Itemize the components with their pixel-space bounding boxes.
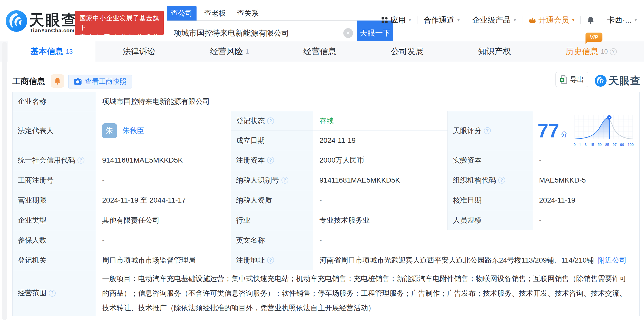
nav-enterprise[interactable]: 企业级产品 ▾	[472, 15, 516, 25]
field-label-staff-size: 人员规模	[448, 210, 533, 230]
chevron-down-icon: ▾	[572, 17, 574, 23]
axis-tick: 15	[590, 143, 594, 147]
avatar[interactable]: 朱	[102, 123, 117, 138]
grid-icon	[381, 16, 388, 24]
certification-badge: 国家中小企业发展子基金旗下 官方备案企业征信机构	[75, 11, 164, 35]
field-label-company-type: 企业类型	[13, 210, 96, 230]
field-label-industry: 行业	[231, 210, 313, 230]
help-icon[interactable]: ?	[77, 157, 84, 164]
search-tab-boss[interactable]: 查老板	[204, 6, 226, 21]
watermark-text: 天眼查	[609, 74, 641, 88]
brand-name[interactable]: 天眼查	[29, 10, 78, 30]
tab-development[interactable]: 公司发展	[391, 46, 424, 57]
field-label-reg-no: 工商注册号	[13, 170, 96, 190]
tab-risk-label: 经营风险	[210, 46, 243, 57]
divider	[417, 16, 417, 24]
field-value-term: 2024-11-19 至 2044-11-17	[96, 190, 231, 210]
camera-icon	[74, 78, 82, 85]
tab-ip[interactable]: 知识产权	[478, 46, 511, 57]
tab-basic-count: 13	[66, 48, 73, 55]
field-label-address: 注册地址 ?	[231, 250, 313, 270]
chevron-down-icon: ▾	[635, 17, 637, 23]
tianyancha-company-page: 天眼查 TianYanCha.com 国家中小企业发展子基金旗下 官方备案企业征…	[0, 0, 644, 320]
field-value-address: 河南省周口市项城市光武迎宾大道西平安大道北公园路东24号楼113/209铺、11…	[313, 250, 639, 270]
field-label-authority: 登记机关	[13, 250, 96, 270]
search-area: 查公司 查老板 查关系 ✕ 天眼一下	[167, 6, 393, 46]
excel-icon	[560, 75, 568, 84]
tab-legal[interactable]: 法律诉讼	[123, 46, 155, 57]
field-label-reg-status: 登记状态 ?	[231, 111, 313, 131]
divider	[580, 16, 581, 24]
tab-ip-label: 知识产权	[478, 46, 511, 57]
field-value-insured: -	[96, 230, 231, 250]
help-icon[interactable]: ?	[267, 257, 274, 264]
nav-vip[interactable]: 开通会员 ▾	[529, 15, 574, 25]
field-label-established: 成立日期	[231, 131, 313, 150]
field-value-legal-rep: 朱 朱秋臣	[96, 111, 231, 150]
export-button-label: 导出	[570, 75, 584, 84]
field-label-paid-capital: 实缴资本	[448, 150, 533, 170]
certification-line2: 官方备案企业征信机构	[80, 32, 159, 42]
tab-basic-label: 基本信息	[31, 46, 63, 57]
score-distribution-chart: 0 1 3 15 50 85 97 99 100	[574, 115, 634, 147]
nav-partner[interactable]: 合作通道 ▾	[424, 15, 460, 25]
search-tab-company[interactable]: 查公司	[167, 6, 197, 21]
help-icon[interactable]: ?	[281, 177, 288, 184]
crown-icon	[529, 17, 536, 23]
field-value-reg-no: -	[96, 170, 231, 190]
subscribe-bell-button[interactable]	[51, 74, 64, 88]
axis-tick: 1	[579, 143, 581, 147]
help-icon[interactable]: ?	[610, 48, 617, 55]
clear-icon[interactable]: ✕	[343, 28, 353, 38]
bell-icon	[54, 77, 61, 85]
field-value-approved: 2024-11-19	[533, 190, 639, 210]
top-nav: 应用 ▾ 合作通道 ▾ 企业级产品 ▾ 开通会员 ▾	[381, 12, 637, 28]
field-label-tax-id: 纳税人识别号 ?	[231, 170, 313, 190]
tab-operating-label: 经营信息	[304, 46, 336, 57]
field-label-reg-capital: 注册资本 ?	[231, 150, 313, 170]
field-value-score[interactable]: 77 分	[533, 111, 639, 150]
divider	[466, 16, 466, 24]
search-tabs: 查公司 查老板 查关系	[167, 6, 393, 21]
axis-tick: 0	[574, 143, 576, 147]
nearby-companies-link[interactable]: 附近公司	[598, 255, 627, 265]
score-unit: 分	[561, 130, 568, 139]
tianyancha-logo-icon	[595, 75, 607, 87]
field-label-english-name: 英文名称	[231, 230, 313, 250]
tab-basic-info[interactable]: 基本信息 13	[8, 41, 95, 62]
nav-enterprise-label: 企业级产品	[472, 15, 511, 25]
field-value-credit-code: 91411681MAE5MKKD5K	[96, 150, 231, 170]
help-icon[interactable]: ?	[267, 117, 274, 124]
snapshot-button-label: 查看工商快照	[85, 77, 126, 86]
nav-apps[interactable]: 应用 ▾	[381, 15, 411, 25]
field-value-english-name: -	[313, 230, 639, 250]
export-button[interactable]: 导出	[555, 72, 588, 87]
help-icon[interactable]: ?	[267, 157, 274, 164]
snapshot-button[interactable]: 查看工商快照	[68, 75, 132, 88]
field-label-tax-qual: 纳税人资质	[231, 190, 313, 210]
help-icon[interactable]: ?	[498, 177, 505, 184]
tab-history-count: 10	[601, 48, 608, 55]
search-tab-relation[interactable]: 查关系	[237, 6, 259, 21]
field-label-credit-code: 统一社会信用代码 ?	[13, 150, 96, 170]
tab-development-label: 公司发展	[391, 46, 424, 57]
field-value-reg-status: 存续	[313, 111, 447, 131]
legal-rep-link[interactable]: 朱秋臣	[123, 126, 144, 136]
help-icon[interactable]: ?	[49, 290, 56, 297]
tab-history[interactable]: VIP 历史信息 10 ?	[565, 46, 617, 57]
watermark-logo: 天眼查	[595, 74, 641, 88]
notification-bell[interactable]	[587, 16, 594, 24]
left-scrollbar[interactable]	[2, 42, 7, 320]
vip-badge: VIP	[586, 33, 602, 42]
field-value-org-code: MAE5MKKD-5	[533, 170, 639, 190]
brand-domain: TianYanCha.com	[30, 28, 75, 34]
field-label-insured: 参保人数	[13, 230, 96, 250]
company-tabbar: 基本信息 13 法律诉讼 经营风险 1 经营信息 公司发展 知识产权 VIP 历…	[0, 41, 644, 62]
tianyancha-logo-icon[interactable]	[6, 10, 27, 32]
tab-risk[interactable]: 经营风险 1	[210, 46, 249, 57]
user-menu[interactable]: 卡西·... ▾	[607, 15, 637, 25]
tab-operating[interactable]: 经营信息	[304, 46, 336, 57]
nav-vip-label: 开通会员	[538, 15, 569, 25]
help-icon[interactable]: ?	[484, 127, 491, 134]
field-label-org-code: 组织机构代码 ?	[448, 170, 533, 190]
